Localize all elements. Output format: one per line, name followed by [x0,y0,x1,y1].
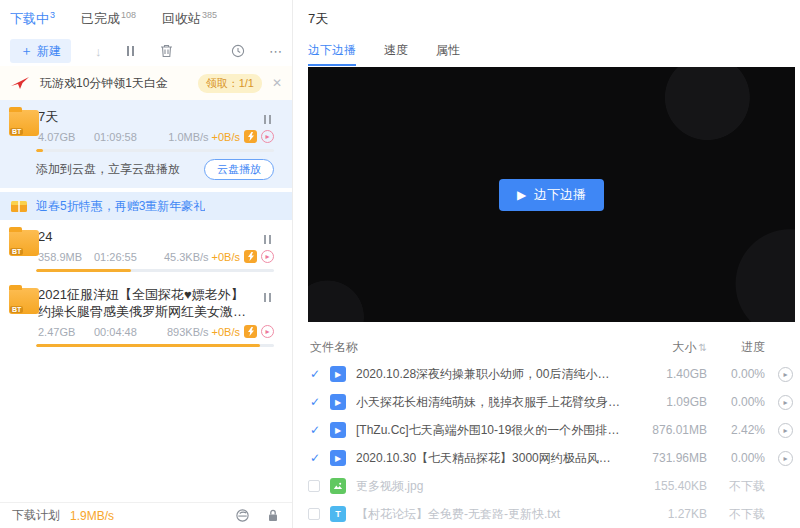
row-checkbox[interactable] [308,480,320,492]
download-toolbar: ＋ 新建 ↓ ⋯ [0,36,292,66]
download-plan-label[interactable]: 下载计划 [12,507,60,524]
tab-speed[interactable]: 速度 [384,42,408,66]
file-size: 876.01MB [629,423,707,437]
cloud-play-button[interactable]: 云盘播放 [204,159,274,180]
row-checkbox[interactable]: ✓ [308,451,322,465]
progress-track [36,344,274,347]
file-size: 1.09GB [629,395,707,409]
download-item-2021[interactable]: BT 2021征服洋妞【全国探花♥嫖老外】约操长腿骨感美俄罗斯网红美女激情沙发震… [0,278,292,353]
lock-icon[interactable] [266,508,280,523]
download-item-24[interactable]: BT 24 358.9MB 01:26:55 45.3KB/s +0B/s ▸ [0,220,292,278]
pause-task-icon[interactable] [262,110,272,128]
file-size: 155.40KB [629,479,707,493]
file-row[interactable]: ✓ ▶ 小天探花长相清纯萌妹，脱掉衣服手上花臂纹身，蹲着口交沙发上被猛操站立后.… [308,388,795,416]
close-icon[interactable]: ✕ [272,76,282,90]
download-item-7days[interactable]: BT 7天 4.07GB 01:09:58 1.0MB/s +0B/s ▸ 添加… [0,100,292,188]
file-type-icon: ▶ [330,422,346,438]
file-row[interactable]: ✓ ▶ 2020.10.28深夜约操兼职小幼师，00后清纯小萝莉羞涩温柔，玲珑玉… [308,360,795,388]
row-play-button[interactable]: ▸ [778,395,793,410]
file-progress: 0.00% [707,367,765,381]
file-progress: 0.00% [707,395,765,409]
status-bar: 下载计划 1.9MB/s [0,502,292,528]
trial-speedup-icon[interactable]: ▸ [261,325,274,338]
file-size: 731.96MB [629,451,707,465]
row-checkbox[interactable]: ✓ [308,367,322,381]
play-icon: ▶ [517,188,526,202]
download-speed: 45.3KB/s [164,251,209,263]
claim-badge[interactable]: 领取：1/1 [198,74,262,93]
cloud-row: 添加到云盘，立享云盘播放 云盘播放 [36,159,274,180]
bt-folder-icon: BT [9,110,39,136]
video-player-area[interactable]: ▶ 边下边播 [308,67,795,322]
file-type-icon: ▶ [330,366,346,382]
download-meta: 4.07GB 01:09:58 1.0MB/s +0B/s ▸ [38,130,282,143]
tab-properties[interactable]: 属性 [436,42,460,66]
promo-banner-text: 玩游戏10分钟领1天白金 [40,75,198,92]
pause-task-icon[interactable] [262,288,272,306]
tab-completed-label: 已完成 [81,11,120,26]
row-play-button[interactable]: ▸ [778,367,793,382]
download-size: 4.07GB [38,131,94,143]
row-play-button[interactable]: ▸ [778,451,793,466]
file-progress: 0.00% [707,451,765,465]
cloud-hint-text: 添加到云盘，立享云盘播放 [36,161,204,178]
promo-sale-text: 迎春5折特惠，再赠3重新年豪礼 [36,198,205,215]
more-icon[interactable]: ⋯ [269,44,282,59]
file-name: 2020.10.30【七天精品探花】3000网约极品风骚御姐外围，情趣诱惑沙发啪… [356,450,629,467]
file-row[interactable]: ✓ ▶ 2020.10.30【七天精品探花】3000网约极品风骚御姐外围，情趣诱… [308,444,795,472]
download-speed: 893KB/s [167,326,209,338]
vip-speedup-icon[interactable] [244,250,257,263]
gift-icon [10,199,28,213]
start-download-icon[interactable]: ↓ [95,44,102,59]
play-while-download-button[interactable]: ▶ 边下边播 [499,179,604,211]
row-play-button[interactable]: ▸ [778,423,793,438]
task-title: 7天 [300,0,800,28]
file-name: 更多视频.jpg [356,478,629,495]
header-progress: 进度 [707,339,765,356]
tab-trash[interactable]: 回收站385 [162,10,217,28]
history-icon[interactable] [231,44,245,58]
tab-downloading-label: 下载中 [10,11,49,26]
progress-fill [36,344,260,347]
tab-completed[interactable]: 已完成108 [81,10,136,28]
row-checkbox[interactable]: ✓ [308,423,322,437]
file-size: 1.27KB [629,507,707,521]
progress-fill [36,269,131,272]
file-row[interactable]: T 【村花论坛】全免费-无套路-更新快.txt 1.27KB 不下载 ▸ [308,500,795,528]
delete-icon[interactable] [160,44,173,58]
promo-banner-sale[interactable]: 迎春5折特惠，再赠3重新年豪礼 [0,192,292,220]
file-name: 【村花论坛】全免费-无套路-更新快.txt [356,506,629,523]
download-title: 7天 [38,108,282,125]
row-checkbox[interactable]: ✓ [308,395,322,409]
file-table-header: 文件名称 大小⇅ 进度 [308,334,795,360]
download-extra-speed: +0B/s [212,251,240,263]
tab-downloading-count: 3 [50,10,55,20]
file-type-icon: ▶ [330,394,346,410]
download-size: 2.47GB [38,326,94,338]
file-row[interactable]: 更多视频.jpg 155.40KB 不下载 ▸ [308,472,795,500]
vip-speedup-icon[interactable] [244,130,257,143]
sort-icon[interactable]: ⇅ [699,342,707,353]
promo-banner-platinum[interactable]: 玩游戏10分钟领1天白金 领取：1/1 ✕ [0,66,292,100]
tab-trash-count: 385 [202,10,217,20]
trial-speedup-icon[interactable]: ▸ [261,250,274,263]
browser-icon[interactable] [235,508,250,523]
file-row[interactable]: ✓ ▶ [ThZu.Cc]七天高端外围10-19很火的一个外围排了几小时才来.m… [308,416,795,444]
header-size[interactable]: 大小⇅ [629,339,707,356]
detail-tabs: 边下边播 速度 属性 [300,42,800,66]
row-checkbox[interactable] [308,508,320,520]
new-task-button[interactable]: ＋ 新建 [10,39,71,63]
panel-divider [292,0,293,528]
file-type-icon [330,478,346,494]
pause-task-icon[interactable] [262,230,272,248]
tab-play-while-download[interactable]: 边下边播 [308,42,356,66]
pause-all-icon[interactable] [126,46,136,56]
trial-speedup-icon[interactable]: ▸ [261,130,274,143]
tab-downloading[interactable]: 下载中3 [10,10,55,28]
new-task-label: 新建 [37,43,61,60]
file-type-icon: T [330,506,346,522]
app-window: 下载中3 已完成108 回收站385 ＋ 新建 ↓ ⋯ [0,0,800,528]
plus-icon: ＋ [20,42,33,60]
vip-speedup-icon[interactable] [244,325,257,338]
download-extra-speed: +0B/s [212,131,240,143]
